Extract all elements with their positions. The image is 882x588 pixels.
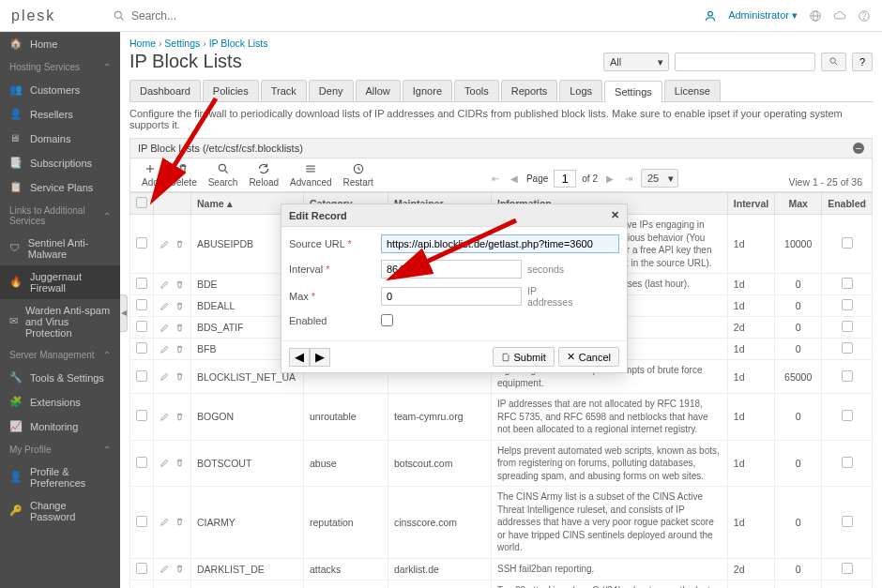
enabled-checkbox[interactable]: [842, 563, 853, 574]
global-search[interactable]: [113, 9, 319, 23]
tab-settings[interactable]: Settings: [604, 81, 662, 102]
delete-icon[interactable]: [175, 279, 185, 290]
delete-icon[interactable]: [175, 239, 185, 249]
delete-icon[interactable]: [175, 344, 185, 354]
cancel-button[interactable]: ✕ Cancel: [558, 347, 619, 367]
enabled-checkbox[interactable]: [842, 237, 853, 249]
tab-policies[interactable]: Policies: [203, 80, 259, 101]
toolbar-add[interactable]: Add: [136, 162, 164, 188]
sidebar-item-domains[interactable]: 🖥Domains: [0, 127, 120, 151]
edit-icon[interactable]: [160, 301, 170, 311]
tab-reports[interactable]: Reports: [501, 80, 558, 101]
toolbar-search[interactable]: Search: [203, 162, 244, 188]
enabled-checkbox[interactable]: [381, 314, 393, 326]
sidebar-item-password[interactable]: 🔑Change Password: [0, 494, 120, 528]
sidebar-item-monitoring[interactable]: 📈Monitoring: [0, 415, 120, 439]
toolbar-restart[interactable]: Restart: [338, 162, 379, 188]
sidebar-item-juggernaut[interactable]: 🔥Juggernaut Firewall: [0, 265, 120, 299]
enabled-checkbox[interactable]: [842, 321, 853, 332]
crumb-current[interactable]: IP Block Lists: [209, 38, 268, 49]
close-icon[interactable]: ✕: [611, 209, 619, 221]
cloud-icon[interactable]: [833, 9, 846, 23]
sidebar-item-sentinel[interactable]: 🛡Sentinel Anti-Malware: [0, 232, 120, 265]
enabled-checkbox[interactable]: [842, 410, 853, 421]
row-checkbox[interactable]: [136, 563, 147, 574]
chevron-up-icon[interactable]: ⌃: [103, 211, 111, 221]
enabled-checkbox[interactable]: [842, 342, 853, 354]
pager-next[interactable]: ▶: [603, 173, 616, 184]
edit-icon[interactable]: [160, 371, 170, 382]
pager-pagesize[interactable]: 25 ▾: [641, 169, 678, 188]
filter-select[interactable]: All ▾: [603, 53, 669, 71]
collapse-icon[interactable]: –: [853, 143, 864, 154]
tab-logs[interactable]: Logs: [559, 80, 602, 101]
row-checkbox[interactable]: [136, 278, 147, 289]
help-icon[interactable]: [858, 9, 871, 23]
filter-input[interactable]: [675, 53, 815, 71]
next-record-button[interactable]: ▶: [310, 348, 330, 367]
tab-tools[interactable]: Tools: [454, 80, 499, 101]
edit-icon[interactable]: [160, 323, 170, 333]
sidebar-item-serviceplans[interactable]: 📋Service Plans: [0, 175, 120, 200]
delete-icon[interactable]: [175, 371, 185, 382]
row-checkbox[interactable]: [136, 299, 147, 310]
sort-asc-icon[interactable]: ▴: [227, 198, 233, 209]
delete-icon[interactable]: [175, 564, 185, 574]
chevron-up-icon[interactable]: ⌃: [103, 350, 111, 360]
submit-button[interactable]: Submit: [493, 347, 555, 367]
sidebar-item-home[interactable]: 🏠Home: [0, 32, 120, 56]
sidebar-item-subscriptions[interactable]: 📑Subscriptions: [0, 151, 120, 175]
world-icon[interactable]: [809, 9, 822, 23]
sidebar-item-warden[interactable]: ✉Warden Anti-spam and Virus Protection: [0, 299, 120, 344]
tab-track[interactable]: Track: [261, 80, 307, 101]
pager-first[interactable]: ⇤: [489, 173, 502, 184]
enabled-checkbox[interactable]: [842, 457, 853, 468]
prev-record-button[interactable]: ◀: [289, 348, 310, 367]
edit-icon[interactable]: [160, 239, 170, 249]
crumb-settings[interactable]: Settings: [164, 38, 200, 49]
tab-license[interactable]: License: [664, 80, 721, 101]
tab-dashboard[interactable]: Dashboard: [129, 80, 201, 101]
edit-icon[interactable]: [160, 344, 170, 354]
delete-icon[interactable]: [175, 323, 185, 333]
toolbar-delete[interactable]: Delete: [164, 162, 203, 188]
source-url-input[interactable]: [381, 234, 619, 253]
chevron-up-icon[interactable]: ⌃: [103, 445, 111, 455]
pager-prev[interactable]: ◀: [508, 173, 521, 184]
enabled-checkbox[interactable]: [842, 516, 853, 527]
sidebar-item-customers[interactable]: 👥Customers: [0, 78, 120, 102]
enabled-checkbox[interactable]: [842, 299, 853, 310]
user-menu[interactable]: Administrator ▾: [728, 9, 798, 22]
row-checkbox[interactable]: [136, 370, 147, 382]
max-input[interactable]: [381, 287, 522, 306]
edit-icon[interactable]: [160, 564, 170, 574]
row-checkbox[interactable]: [136, 321, 147, 332]
crumb-home[interactable]: Home: [129, 38, 156, 49]
row-checkbox[interactable]: [136, 457, 147, 468]
filter-help-button[interactable]: ?: [852, 53, 873, 71]
tab-ignore[interactable]: Ignore: [403, 80, 452, 101]
interval-input[interactable]: [381, 260, 522, 279]
delete-icon[interactable]: [175, 517, 185, 527]
edit-icon[interactable]: [160, 458, 170, 468]
row-checkbox[interactable]: [136, 342, 147, 354]
search-input[interactable]: [131, 9, 319, 23]
toolbar-advanced[interactable]: Advanced: [284, 162, 337, 188]
pager-last[interactable]: ⇥: [622, 173, 635, 184]
sidebar-item-profile[interactable]: 👤Profile & Preferences: [0, 460, 120, 494]
sidebar-item-resellers[interactable]: 👤Resellers: [0, 102, 120, 127]
tab-allow[interactable]: Allow: [356, 80, 401, 101]
edit-icon[interactable]: [160, 412, 170, 422]
select-all-checkbox[interactable]: [136, 197, 147, 208]
row-checkbox[interactable]: [136, 516, 147, 527]
pager-input[interactable]: [554, 170, 576, 188]
toolbar-reload[interactable]: Reload: [243, 162, 284, 188]
edit-icon[interactable]: [160, 279, 170, 290]
filter-search-button[interactable]: [821, 53, 846, 71]
delete-icon[interactable]: [175, 412, 185, 422]
tab-deny[interactable]: Deny: [309, 80, 354, 101]
row-checkbox[interactable]: [136, 410, 147, 421]
sidebar-item-extensions[interactable]: 🧩Extensions: [0, 390, 120, 415]
delete-icon[interactable]: [175, 301, 185, 311]
chevron-up-icon[interactable]: ⌃: [103, 62, 111, 72]
